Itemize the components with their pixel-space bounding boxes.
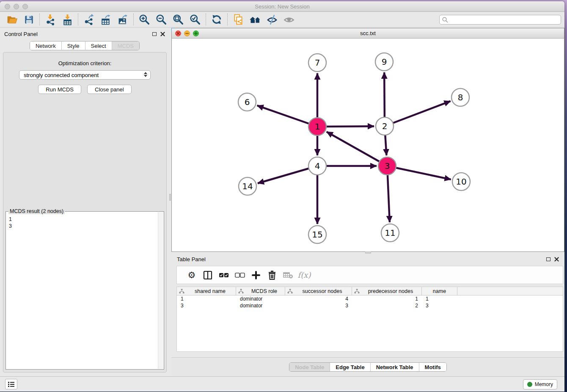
tree-hierarchy-icon xyxy=(354,289,362,294)
control-panel: Control Panel NetworkStyleSelectMCDS Opt… xyxy=(0,28,169,376)
cell-successor-nodes: 3 xyxy=(285,303,352,309)
minimize-window-button[interactable] xyxy=(14,4,19,9)
split-columns-icon[interactable] xyxy=(200,268,216,283)
network-graph[interactable]: 7968124314101511 xyxy=(172,39,564,251)
toolbar-separator xyxy=(39,14,40,25)
cell-shared-name: 1 xyxy=(177,296,236,302)
clone-network-icon[interactable] xyxy=(230,13,247,26)
zoom-selected-icon[interactable] xyxy=(187,13,204,26)
graph-node-label: 2 xyxy=(382,121,388,131)
close-table-panel-icon[interactable] xyxy=(554,257,559,262)
tab-node-table[interactable]: Node Table xyxy=(289,363,330,371)
column-header-label: shared name xyxy=(187,288,234,294)
graph-node-label: 8 xyxy=(458,92,463,102)
graph-node-label: 6 xyxy=(245,97,250,107)
zoom-window-button[interactable] xyxy=(22,4,28,9)
tab-network-table[interactable]: Network Table xyxy=(370,363,419,371)
search-input[interactable] xyxy=(449,16,559,23)
table-header-row: shared nameMCDS rolesuccessor nodesprede… xyxy=(177,287,563,295)
network-zoom-button[interactable] xyxy=(193,30,199,36)
import-table-icon[interactable] xyxy=(59,13,76,26)
toolbar-separator xyxy=(206,14,206,25)
hide-details-icon[interactable] xyxy=(264,13,281,26)
table-toolbar: ⚙ xyxy=(176,266,563,284)
cell-name: 3 xyxy=(422,303,457,309)
memory-status-icon xyxy=(527,382,532,387)
criterion-dropdown[interactable]: strongly connected component xyxy=(19,70,151,80)
zoom-out-icon[interactable] xyxy=(153,13,170,26)
result-scrollbar[interactable] xyxy=(158,212,163,369)
table-panel-header: Table Panel xyxy=(171,254,564,265)
zoom-fit-icon[interactable] xyxy=(170,13,187,26)
graph-node-label: 10 xyxy=(456,177,466,187)
table-row[interactable]: 3dominator323 xyxy=(177,302,563,309)
graph-node-label: 4 xyxy=(315,161,320,171)
column-header-mcds-role[interactable]: MCDS role xyxy=(236,287,285,295)
graph-edge-3-10[interactable] xyxy=(387,166,451,179)
export-image-icon[interactable] xyxy=(114,13,131,26)
mcds-result-title: MCDS result (2 nodes) xyxy=(8,208,65,214)
toolbar-separator xyxy=(227,14,228,25)
graph-node-label: 7 xyxy=(315,58,320,68)
close-window-button[interactable] xyxy=(5,4,10,9)
table-panel: Table Panel ⚙ xyxy=(171,254,564,376)
delete-column-icon[interactable] xyxy=(264,268,280,283)
tree-hierarchy-icon xyxy=(238,289,246,294)
export-network-icon[interactable] xyxy=(80,13,97,26)
cell-mcds-role: dominator xyxy=(236,296,285,302)
network-close-button[interactable] xyxy=(175,30,181,36)
export-table-icon[interactable] xyxy=(97,13,114,26)
network-canvas[interactable]: 7968124314101511 xyxy=(172,39,564,251)
graph-edge-1-6[interactable] xyxy=(257,105,317,127)
tab-edge-table[interactable]: Edge Table xyxy=(330,363,370,371)
horizontal-splitter-handle[interactable] xyxy=(365,251,371,254)
window-traffic-lights xyxy=(5,4,28,9)
table-row[interactable]: 1dominator411 xyxy=(177,295,563,302)
task-history-button[interactable] xyxy=(5,379,17,389)
home-icon[interactable] xyxy=(247,13,264,26)
network-title: scc.txt xyxy=(360,30,376,36)
search-field[interactable] xyxy=(439,15,561,25)
deselect-all-icon[interactable] xyxy=(232,268,248,283)
zoom-in-icon[interactable] xyxy=(136,13,153,26)
mcds-panel: Optimization criterion: strongly connect… xyxy=(3,52,167,373)
window-title: Session: New Session xyxy=(255,3,309,10)
tab-mcds[interactable]: MCDS xyxy=(112,41,139,50)
column-header-name[interactable]: name xyxy=(422,287,457,295)
panel-splitter-handle[interactable] xyxy=(169,194,171,201)
run-mcds-button[interactable]: Run MCDS xyxy=(38,85,81,94)
titlebar: Session: New Session xyxy=(0,1,564,12)
graph-edge-3-1[interactable] xyxy=(327,132,387,166)
column-header-label: successor nodes xyxy=(295,288,350,294)
close-panel-icon[interactable] xyxy=(160,32,165,36)
function-builder-icon: f(x) xyxy=(296,268,312,283)
table-tabs-strip: Node TableEdge TableNetwork TableMotifs xyxy=(171,357,564,376)
mcds-result-line: 1 xyxy=(9,216,164,223)
close-panel-button[interactable]: Close panel xyxy=(87,85,132,94)
cell-mcds-role: dominator xyxy=(236,303,285,309)
column-header-predecessor-nodes[interactable]: predecessor nodes xyxy=(352,287,422,295)
column-header-successor-nodes[interactable]: successor nodes xyxy=(285,287,352,295)
import-network-icon[interactable] xyxy=(42,13,59,26)
save-session-icon[interactable] xyxy=(20,13,37,26)
tree-hierarchy-icon xyxy=(179,289,187,294)
graph-edge-2-8[interactable] xyxy=(385,101,451,126)
select-all-icon[interactable] xyxy=(216,268,232,283)
graph-node-label: 1 xyxy=(315,121,320,132)
dropdown-stepper-icon xyxy=(144,72,147,77)
graph-node-label: 11 xyxy=(385,228,395,238)
cell-predecessor-nodes: 2 xyxy=(352,303,422,309)
tab-style[interactable]: Style xyxy=(61,41,85,50)
tab-motifs[interactable]: Motifs xyxy=(419,363,446,371)
add-column-icon[interactable] xyxy=(248,268,264,283)
float-panel-icon[interactable] xyxy=(152,32,157,36)
gear-icon[interactable]: ⚙ xyxy=(184,268,200,283)
memory-button[interactable]: Memory xyxy=(523,379,557,389)
network-minimize-button[interactable] xyxy=(184,30,190,36)
column-header-shared-name[interactable]: shared name xyxy=(177,287,236,295)
tab-network[interactable]: Network xyxy=(30,41,61,50)
refresh-layout-icon[interactable] xyxy=(208,13,225,26)
float-table-panel-icon[interactable] xyxy=(546,257,550,261)
tab-select[interactable]: Select xyxy=(85,41,112,50)
open-file-icon[interactable] xyxy=(3,13,20,26)
